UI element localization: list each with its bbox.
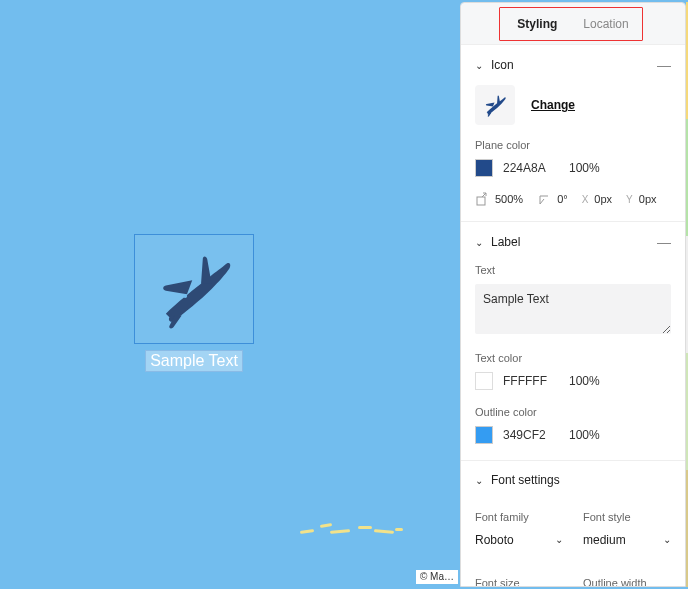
outline-color-hex[interactable]: 349CF2 <box>503 428 559 442</box>
outline-color-swatch[interactable] <box>475 426 493 444</box>
offset-y-value[interactable]: 0px <box>639 193 657 205</box>
chevron-down-icon: ⌄ <box>475 475 483 486</box>
section-font: ⌄ Font settings Font family Roboto ⌄ Fon… <box>461 461 685 587</box>
rotation-value[interactable]: 0° <box>557 193 568 205</box>
outline-color-input[interactable]: 349CF2 100% <box>475 424 671 446</box>
properties-panel: Styling Location ⌄ Icon — <box>460 2 686 587</box>
plane-color-opacity[interactable]: 100% <box>569 161 600 175</box>
map-attribution: © Ma… <box>416 570 458 584</box>
plane-icon <box>482 92 508 118</box>
chevron-down-icon: ⌄ <box>475 237 483 248</box>
font-size-label: Font size <box>475 577 563 587</box>
icon-thumbnail[interactable] <box>475 85 515 125</box>
outline-width-label: Outline width <box>583 577 671 587</box>
chevron-down-icon: ⌄ <box>475 60 483 71</box>
label-text-input[interactable] <box>475 284 671 334</box>
label-text-label: Text <box>475 264 671 276</box>
section-icon-remove[interactable]: — <box>657 57 671 73</box>
text-color-hex[interactable]: FFFFFF <box>503 374 559 388</box>
section-icon-toggle[interactable]: ⌄ Icon — <box>475 57 671 73</box>
section-label-toggle[interactable]: ⌄ Label — <box>475 234 671 250</box>
plane-color-swatch[interactable] <box>475 159 493 177</box>
tab-location[interactable]: Location <box>583 4 628 44</box>
change-icon-link[interactable]: Change <box>531 98 575 112</box>
outline-color-label: Outline color <box>475 406 671 418</box>
font-style-select[interactable]: medium ⌄ <box>583 527 671 553</box>
map-decor-islands <box>300 522 410 542</box>
panel-tabs: Styling Location <box>461 3 685 45</box>
font-family-label: Font family <box>475 511 563 523</box>
section-font-toggle[interactable]: ⌄ Font settings <box>475 473 671 487</box>
font-family-value: Roboto <box>475 533 514 547</box>
font-family-select[interactable]: Roboto ⌄ <box>475 527 563 553</box>
section-label-remove[interactable]: — <box>657 234 671 250</box>
scale-icon <box>475 191 491 207</box>
chevron-down-icon: ⌄ <box>663 534 671 545</box>
text-color-swatch[interactable] <box>475 372 493 390</box>
svg-rect-1 <box>477 197 485 205</box>
marker-label[interactable]: Sample Text <box>145 350 243 372</box>
section-label-title: Label <box>491 235 520 249</box>
offset-x-label: X <box>582 194 589 205</box>
section-font-title: Font settings <box>491 473 560 487</box>
text-color-opacity[interactable]: 100% <box>569 374 600 388</box>
section-label: ⌄ Label — Text Text color FFFFFF 100% Ou… <box>461 222 685 461</box>
font-style-label: Font style <box>583 511 671 523</box>
text-color-label: Text color <box>475 352 671 364</box>
scale-value[interactable]: 500% <box>495 193 523 205</box>
marker-icon-bounds[interactable] <box>134 234 254 344</box>
offset-x-value[interactable]: 0px <box>594 193 612 205</box>
plane-color-hex[interactable]: 224A8A <box>503 161 559 175</box>
offset-y-label: Y <box>626 194 633 205</box>
svg-point-0 <box>183 294 187 298</box>
plane-color-input[interactable]: 224A8A 100% <box>475 157 671 179</box>
section-icon-title: Icon <box>491 58 514 72</box>
outline-color-opacity[interactable]: 100% <box>569 428 600 442</box>
map-marker[interactable]: Sample Text <box>134 234 254 369</box>
plane-icon <box>150 245 238 333</box>
section-icon: ⌄ Icon — Change Plane color <box>461 45 685 222</box>
font-style-value: medium <box>583 533 626 547</box>
rotation-icon <box>537 191 553 207</box>
text-color-input[interactable]: FFFFFF 100% <box>475 370 671 392</box>
plane-color-label: Plane color <box>475 139 671 151</box>
tab-styling[interactable]: Styling <box>517 4 557 44</box>
chevron-down-icon: ⌄ <box>555 534 563 545</box>
